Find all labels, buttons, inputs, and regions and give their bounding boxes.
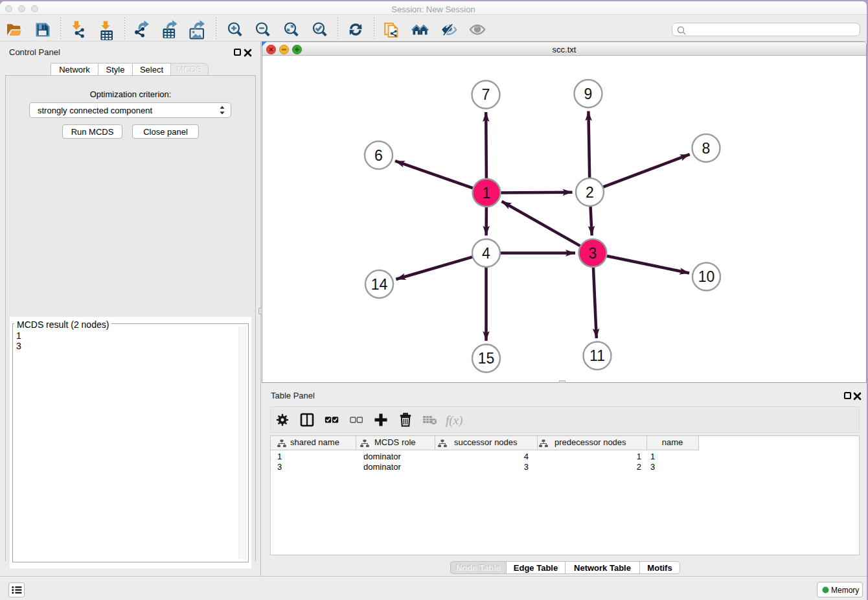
svg-text:6: 6 <box>374 147 383 164</box>
svg-text:10: 10 <box>698 268 715 285</box>
svg-text:9: 9 <box>584 86 593 102</box>
svg-text:15: 15 <box>478 350 495 367</box>
svg-text:7: 7 <box>482 86 490 103</box>
svg-text:2: 2 <box>586 184 594 201</box>
svg-text:3: 3 <box>589 245 597 262</box>
svg-text:14: 14 <box>371 276 388 293</box>
svg-text:f(x): f(x) <box>446 413 463 428</box>
svg-text:8: 8 <box>702 140 711 157</box>
svg-text:11: 11 <box>589 347 605 364</box>
svg-text:4: 4 <box>482 245 490 262</box>
svg-text:1: 1 <box>483 185 491 202</box>
